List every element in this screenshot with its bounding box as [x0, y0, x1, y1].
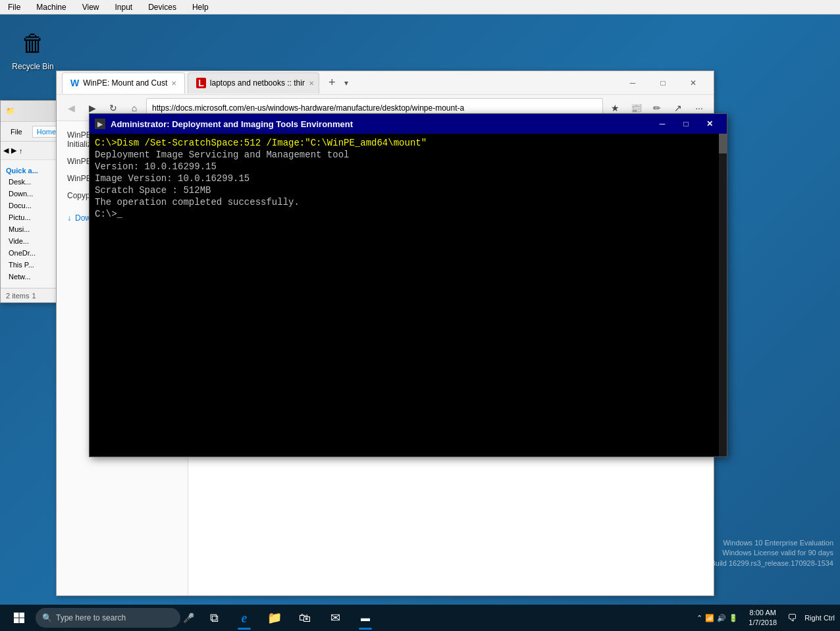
cmd-minimize[interactable]: ─ — [650, 114, 674, 134]
recycle-bin-label: Recycle Bin — [12, 62, 53, 71]
fe-this-pc[interactable]: This P... — [3, 259, 63, 271]
tab2-label: laptops and netbooks :: thir — [210, 78, 305, 88]
file-explorer-taskbar-btn[interactable]: 📁 — [260, 605, 289, 631]
menu-help[interactable]: Help — [190, 1, 211, 13]
browser-tab-2[interactable]: L laptops and netbooks :: thir ✕ — [188, 72, 319, 94]
fe-network[interactable]: Netw... — [3, 271, 63, 283]
tab1-close[interactable]: ✕ — [171, 80, 176, 87]
mail-taskbar-btn[interactable]: ✉ — [321, 605, 350, 631]
cmd-body[interactable]: C:\>Dism /Set-ScratchSpace:512 /Image:"C… — [90, 134, 727, 456]
recycle-bin-graphic: 🗑 — [17, 28, 49, 59]
cmd-line-8: Scratch Space : 512MB — [95, 185, 722, 196]
cmd-scrollbar[interactable] — [719, 134, 727, 456]
cmd-line-4: Version: 10.0.16299.15 — [95, 161, 722, 172]
tab1-icon: W — [70, 78, 79, 88]
battery-icon[interactable]: 🔋 — [729, 614, 738, 622]
right-ctrl-label: Right Ctrl — [802, 614, 837, 622]
start-button[interactable] — [3, 605, 36, 631]
tab-list-btn[interactable]: ▾ — [344, 78, 348, 88]
cmd-title-text: Administrator: Deployment and Imaging To… — [111, 119, 353, 129]
svg-rect-3 — [20, 618, 25, 624]
browser-win-controls: ─ □ ✕ — [617, 71, 708, 95]
cmd-line-10: The operation completed successfully. — [95, 197, 722, 207]
svg-rect-2 — [14, 618, 19, 624]
system-tray: ⌃ 📶 🔊 🔋 — [691, 614, 743, 622]
cmd-window: ▶ Administrator: Deployment and Imaging … — [89, 113, 727, 457]
taskbar-apps: ⧉ e 📁 🛍 ✉ ▬ — [199, 605, 380, 631]
cmd-titlebar: ▶ Administrator: Deployment and Imaging … — [90, 114, 727, 134]
svg-rect-0 — [14, 613, 19, 618]
tab1-label: WinPE: Mount and Cust — [83, 78, 167, 88]
browser-titlebar: W WinPE: Mount and Cust ✕ L laptops and … — [57, 71, 714, 95]
cmd-line-12: C:\>_ — [95, 209, 722, 219]
clock-display[interactable]: 8:00 AM 1/7/2018 — [743, 608, 782, 628]
network-icon[interactable]: 📶 — [705, 614, 714, 622]
fe-downloads[interactable]: Down... — [3, 188, 63, 200]
fe-up-btn[interactable]: ↑ — [19, 147, 23, 155]
fe-quick-access-header: Quick a... — [3, 165, 63, 176]
watermark-line2: Windows License valid for 90 days — [710, 548, 833, 558]
fe-pictures[interactable]: Pictu... — [3, 211, 63, 223]
notification-button[interactable]: 🗨 — [782, 605, 802, 631]
tab2-close[interactable]: ✕ — [309, 80, 314, 87]
menu-file[interactable]: File — [5, 1, 23, 13]
desktop: 🗑 Recycle Bin 📁 File Home ◀ ▶ ↑ Quick a.… — [0, 14, 840, 605]
start-icon — [13, 612, 25, 624]
search-bar[interactable]: 🔍 Type here to search — [36, 608, 180, 628]
fe-videos[interactable]: Vide... — [3, 235, 63, 247]
windows-watermark: Windows 10 Enterprise Evaluation Windows… — [710, 538, 833, 568]
browser-tab-1[interactable]: W WinPE: Mount and Cust ✕ — [62, 72, 185, 94]
clock-date: 1/7/2018 — [748, 618, 777, 628]
svg-rect-1 — [20, 613, 25, 618]
clock-time: 8:00 AM — [748, 608, 777, 618]
taskbar: 🔍 Type here to search 🎤 ⧉ e 📁 🛍 ✉ ▬ ⌃ 📶 … — [0, 605, 840, 631]
store-taskbar-btn[interactable]: 🛍 — [290, 605, 319, 631]
maximize-button[interactable]: □ — [648, 71, 678, 95]
microphone-icon[interactable]: 🎤 — [183, 613, 194, 623]
fe-status2: 1 — [32, 292, 36, 300]
cmd-line-6: Image Version: 10.0.16299.15 — [95, 173, 722, 184]
edge-taskbar-btn[interactable]: e — [230, 605, 259, 631]
menu-devices[interactable]: Devices — [145, 1, 179, 13]
chevron-up-icon[interactable]: ⌃ — [696, 614, 702, 622]
cmd-maximize[interactable]: □ — [674, 114, 698, 134]
menu-bar: File Machine View Input Devices Help — [0, 0, 840, 14]
recycle-bin-icon[interactable]: 🗑 Recycle Bin — [7, 28, 59, 71]
fe-back-btn[interactable]: ◀ — [3, 146, 9, 155]
fe-music[interactable]: Musi... — [3, 223, 63, 235]
fe-forward-btn[interactable]: ▶ — [11, 146, 16, 155]
tab2-icon: L — [196, 78, 206, 88]
search-placeholder: Type here to search — [56, 613, 126, 622]
new-tab-button[interactable]: + — [322, 74, 342, 92]
cmd-win-controls: ─ □ ✕ — [650, 114, 722, 134]
fe-desktop[interactable]: Desk... — [3, 176, 63, 188]
fe-onedrive[interactable]: OneDr... — [3, 247, 63, 259]
terminal-taskbar-btn[interactable]: ▬ — [351, 605, 380, 631]
cmd-close[interactable]: ✕ — [698, 114, 722, 134]
download-icon: ↓ — [67, 213, 71, 223]
cmd-line-3: Deployment Image Servicing and Managemen… — [95, 150, 722, 160]
minimize-button[interactable]: ─ — [617, 71, 648, 95]
cmd-line-1: C:\>Dism /Set-ScratchSpace:512 /Image:"C… — [95, 138, 722, 148]
watermark-line1: Windows 10 Enterprise Evaluation — [710, 538, 833, 548]
search-icon: 🔍 — [42, 613, 52, 622]
menu-view[interactable]: View — [80, 1, 102, 13]
fe-tab-file[interactable]: File — [6, 126, 27, 138]
task-view-btn[interactable]: ⧉ — [199, 605, 228, 631]
cmd-icon: ▶ — [95, 119, 105, 129]
cmd-scroll-thumb[interactable] — [719, 134, 727, 153]
close-button[interactable]: ✕ — [678, 71, 708, 95]
back-button[interactable]: ◀ — [62, 99, 80, 117]
volume-icon[interactable]: 🔊 — [717, 614, 726, 622]
fe-documents[interactable]: Docu... — [3, 200, 63, 211]
menu-machine[interactable]: Machine — [34, 1, 68, 13]
menu-input[interactable]: Input — [113, 1, 136, 13]
watermark-line3: Build 16299.rs3_release.170928-1534 — [710, 559, 833, 568]
fe-title: 📁 — [6, 107, 15, 115]
fe-item-count: 2 items — [6, 292, 29, 300]
